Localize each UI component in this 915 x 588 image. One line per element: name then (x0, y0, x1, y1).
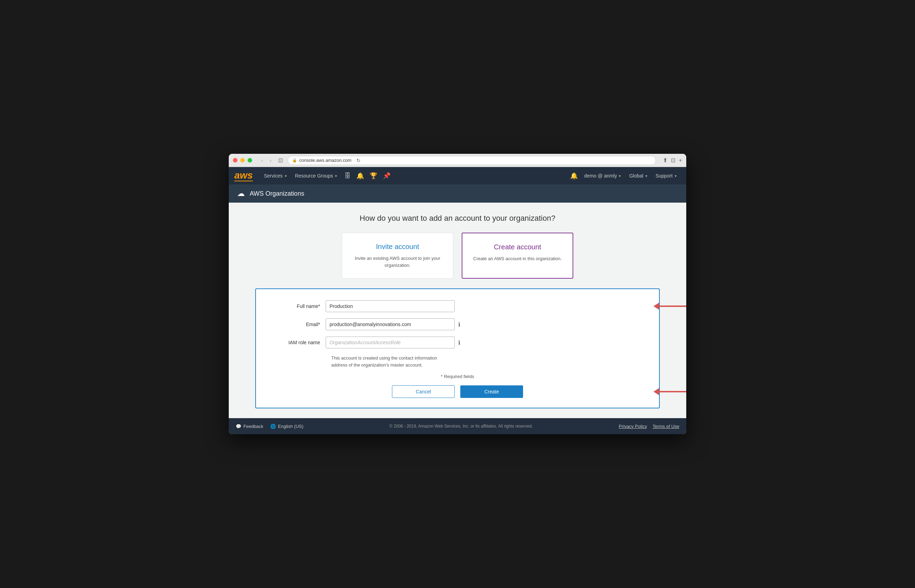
globe-icon: 🌐 (270, 424, 276, 429)
aws-logo-text: aws (234, 171, 253, 180)
pin-icon[interactable]: 📌 (381, 167, 393, 184)
user-label: demo @ anmly (584, 173, 617, 179)
organizations-icon: ☁ (237, 189, 245, 198)
url-text: console.aws.amazon.com (299, 158, 352, 163)
refresh-button[interactable]: ↻ (357, 158, 361, 163)
services-chevron: ▾ (285, 174, 287, 178)
arrow-shaft-2 (659, 391, 686, 393)
services-label: Services (264, 173, 283, 179)
footer-right: Privacy Policy Terms of Use (619, 424, 679, 429)
form-container: Full name* Email* ℹ IAM role name ℹ (255, 288, 660, 409)
language-label: English (US) (278, 424, 303, 429)
iam-info-icon[interactable]: ℹ (458, 339, 460, 346)
service-title: AWS Organizations (250, 190, 304, 197)
resource-groups-label: Resource Groups (295, 173, 333, 179)
support-menu[interactable]: Support ▾ (651, 167, 681, 184)
aws-logo[interactable]: aws (234, 171, 253, 181)
form-actions: Cancel Create (270, 385, 645, 398)
privacy-policy-link[interactable]: Privacy Policy (619, 424, 647, 429)
region-chevron: ▾ (646, 174, 647, 178)
back-button[interactable]: ‹ (259, 157, 265, 164)
maximize-button[interactable] (248, 158, 252, 163)
email-row: Email* ℹ (270, 318, 645, 330)
email-label: Email* (270, 321, 326, 327)
fullscreen-button[interactable]: ⊡ (671, 157, 675, 163)
user-menu[interactable]: demo @ anmly ▾ (580, 167, 625, 184)
support-chevron: ▾ (675, 174, 676, 178)
page-question: How do you want to add an account to you… (237, 214, 678, 223)
create-card[interactable]: Create account Create an AWS account in … (462, 233, 573, 279)
bell-icon[interactable]: 🔔 (354, 167, 366, 184)
aws-logo-underline (234, 181, 253, 181)
region-label: Global (629, 173, 643, 179)
resource-groups-chevron: ▾ (335, 174, 337, 178)
form-note: This account is created using the contac… (331, 355, 460, 368)
main-bottom-spacing (237, 409, 678, 418)
services-menu[interactable]: Services ▾ (260, 167, 291, 184)
create-card-title: Create account (471, 243, 564, 251)
browser-actions: ⬆ ⊡ + (663, 157, 682, 163)
create-card-desc: Create an AWS account in this organizati… (471, 255, 564, 262)
email-info-icon[interactable]: ℹ (458, 321, 460, 328)
close-button[interactable] (233, 158, 237, 163)
required-note: * Required fields (270, 374, 645, 379)
footer-copyright: © 2008 - 2019, Amazon Web Services, Inc.… (303, 424, 619, 429)
invite-card[interactable]: Invite account Invite an existing AWS ac… (342, 233, 453, 279)
support-label: Support (655, 173, 673, 179)
feedback-label: Feedback (244, 424, 263, 429)
browser-window: ‹ › ⊡ 🔒 console.aws.amazon.com ↻ ⬆ ⊡ + a… (229, 154, 686, 434)
invite-card-title: Invite account (350, 243, 445, 251)
aws-topnav: aws Services ▾ Resource Groups ▾ 🗄 🔔 🏆 📌… (229, 167, 686, 184)
region-menu[interactable]: Global ▾ (625, 167, 651, 184)
form-note-line1: This account is created using the contac… (331, 355, 437, 360)
lock-icon: 🔒 (292, 158, 297, 163)
form-note-line2: address of the organization's master acc… (331, 362, 423, 368)
terms-link[interactable]: Terms of Use (652, 424, 679, 429)
url-bar[interactable]: 🔒 console.aws.amazon.com ↻ (288, 156, 655, 165)
arrow-create (654, 388, 686, 395)
arrow-head-2 (654, 388, 659, 395)
service-header: ☁ AWS Organizations (229, 184, 686, 203)
iam-role-input[interactable] (326, 336, 455, 348)
db-icon[interactable]: 🗄 (342, 167, 353, 184)
invite-card-desc: Invite an existing AWS account to join y… (350, 255, 445, 268)
arrow-full-name (654, 303, 686, 310)
user-chevron: ▾ (619, 174, 621, 178)
feedback-icon: 💬 (236, 424, 241, 429)
feedback-button[interactable]: 💬 Feedback (236, 424, 263, 429)
arrow-shaft-1 (659, 305, 686, 307)
iam-role-row: IAM role name ℹ (270, 336, 645, 348)
forward-button[interactable]: › (268, 157, 274, 164)
sidebar-toggle[interactable]: ⊡ (276, 155, 285, 165)
iam-role-label: IAM role name (270, 340, 326, 345)
notification-bell[interactable]: 🔔 (568, 167, 580, 184)
resource-groups-menu[interactable]: Resource Groups ▾ (291, 167, 341, 184)
email-input[interactable] (326, 318, 455, 330)
trophy-icon[interactable]: 🏆 (368, 167, 379, 184)
nav-icons: 🗄 🔔 🏆 📌 (342, 167, 393, 184)
nav-right: 🔔 demo @ anmly ▾ Global ▾ Support ▾ (568, 167, 681, 184)
language-selector[interactable]: 🌐 English (US) (270, 424, 303, 429)
footer: 💬 Feedback 🌐 English (US) © 2008 - 2019,… (229, 418, 686, 434)
browser-nav: ‹ › (259, 157, 273, 164)
footer-left: 💬 Feedback 🌐 English (US) (236, 424, 303, 429)
card-row: Invite account Invite an existing AWS ac… (237, 233, 678, 279)
main-content: How do you want to add an account to you… (229, 203, 686, 418)
share-button[interactable]: ⬆ (663, 157, 667, 163)
arrow-head-1 (654, 303, 659, 310)
full-name-label: Full name* (270, 304, 326, 309)
minimize-button[interactable] (240, 158, 245, 163)
new-tab-button[interactable]: + (679, 157, 682, 163)
browser-titlebar: ‹ › ⊡ 🔒 console.aws.amazon.com ↻ ⬆ ⊡ + (229, 154, 686, 167)
full-name-row: Full name* (270, 300, 645, 312)
create-button[interactable]: Create (460, 385, 523, 398)
full-name-input[interactable] (326, 300, 455, 312)
cancel-button[interactable]: Cancel (392, 385, 455, 398)
